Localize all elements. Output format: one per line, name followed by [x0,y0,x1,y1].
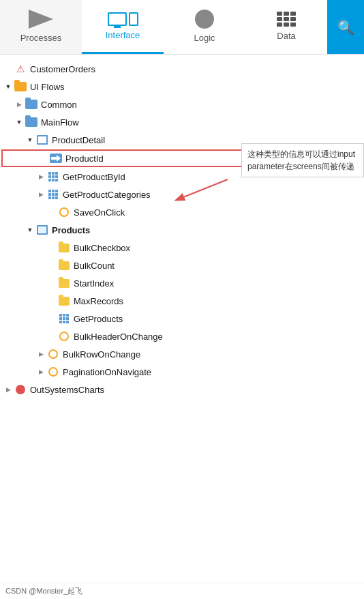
tree-row-bulkrowonchange[interactable]: ▶ BulkRowOnChange [0,345,364,363]
tree-label-saveonclick: SaveOnClick [74,207,125,218]
nav-interface[interactable]: Interface [82,0,164,54]
tree-row-mainflow[interactable]: ▼ MainFlow [0,113,364,131]
tree-label-startindex: StartIndex [74,278,114,289]
folder-yellow-icon-maxrecords [57,295,71,306]
grid-icon-getproductbyid [46,171,60,182]
folder-yellow-icon-startindex [57,278,71,289]
tree-label-mainflow: MainFlow [41,117,79,128]
interface-label: Interface [106,30,140,40]
tree-label-bulkheaderonchange: BulkHeaderOnChange [74,332,163,342]
circle-orange-icon-bulkrowonchange [46,349,60,360]
tree-panel: ▶ ⚠ CustomerOrders ▼ UI Flows ▶ Common ▼… [0,55,364,583]
tree-row-ui-flows[interactable]: ▼ UI Flows [0,78,364,96]
grid-icon-getproductcategories [46,189,60,200]
toggle-productdetail[interactable]: ▼ [25,134,35,145]
tree-row-saveonclick[interactable]: ▶ SaveOnClick [0,203,364,221]
processes-icon [29,10,53,29]
bottom-bar: CSDN @Monster_起飞 [0,583,364,599]
tree-label-getproductbyid: GetProductById [63,172,125,182]
toggle-ui-flows[interactable]: ▼ [3,81,14,92]
credit-text: CSDN @Monster_起飞 [5,586,82,596]
toggle-products[interactable]: ▼ [25,224,35,235]
search-button[interactable]: 🔍 [327,0,364,54]
folder-orange-icon [14,81,27,92]
tree-row-productid[interactable]: ▶ ProductId [1,149,363,167]
toggle-mainflow[interactable]: ▼ [14,117,25,128]
top-nav: Processes Interface Logic Data 🔍 [0,0,364,55]
tree-row-outsystemscharts[interactable]: ▶ OutSystemsCharts [0,381,364,398]
screen-blue-bold-icon-products [35,224,49,235]
tree-label-ui-flows: UI Flows [30,82,65,92]
data-icon [277,12,296,27]
tree-label-getproductcategories: GetProductCategories [63,190,151,200]
svg-marker-2 [57,155,61,162]
tree-row-productdetail[interactable]: ▼ ProductDetail [0,131,364,149]
screen-blue-icon-common [25,99,38,110]
tree-row-getproducts[interactable]: ▶ GetProducts [0,310,364,327]
tree-label-bulkcount: BulkCount [74,261,115,271]
toggle-bulkrowonchange[interactable]: ▶ [35,349,46,360]
logic-icon [195,10,214,29]
toggle-getproductcategories[interactable]: ▶ [35,189,46,200]
tree-label-products: Products [52,225,90,235]
toggle-getproductbyid[interactable]: ▶ [35,171,46,182]
warning-icon: ⚠ [14,63,27,74]
circle-orange-icon-paginationonnavigate [46,366,60,377]
grid-icon-getproducts [57,313,71,324]
tree-row-bulkcheckbox[interactable]: ▶ BulkCheckbox [0,239,364,257]
data-label: Data [277,31,295,41]
processes-label: Processes [20,33,62,43]
nav-data[interactable]: Data [245,0,327,54]
interface-icon [108,12,138,26]
tree-row-customer-orders[interactable]: ▶ ⚠ CustomerOrders [0,60,364,78]
tree-row-products[interactable]: ▼ Products [0,221,364,239]
tree-label-bulkrowonchange: BulkRowOnChange [63,349,140,360]
circle-orange-icon-bulkheaderonchange [57,331,71,342]
toggle-paginationonnavigate[interactable]: ▶ [35,366,46,377]
tree-label-productid: ProductId [65,154,104,164]
svg-marker-0 [29,10,53,29]
tree-label-productdetail: ProductDetail [52,135,105,145]
toggle-common[interactable]: ▶ [14,99,25,110]
nav-logic[interactable]: Logic [164,0,245,54]
tree-row-common[interactable]: ▶ Common [0,96,364,113]
nav-processes[interactable]: Processes [0,0,82,54]
tree-label-paginationonnavigate: PaginationOnNavigate [63,367,151,377]
folder-yellow-icon-bulkcount [57,260,71,271]
tree-label-maxrecords: MaxRecords [74,296,123,306]
search-icon: 🔍 [337,19,354,35]
tree-row-bulkcount[interactable]: ▶ BulkCount [0,257,364,274]
tree-row-maxrecords[interactable]: ▶ MaxRecords [0,292,364,310]
folder-yellow-icon-bulkcheckbox [57,242,71,253]
tree-row-bulkheaderonchange[interactable]: ▶ BulkHeaderOnChange [0,327,364,345]
logic-label: Logic [194,33,215,43]
tree-row-getproductcategories[interactable]: ▶ GetProductCategories [0,186,364,203]
tree-row-paginationonnavigate[interactable]: ▶ PaginationOnNavigate [0,363,364,381]
circle-orange-icon-saveonclick [57,207,71,218]
tree-row-getproductbyid[interactable]: ▶ GetProductById [0,168,364,186]
tree-label-bulkcheckbox: BulkCheckbox [74,243,130,253]
tree-label-common: Common [41,100,77,110]
tree-label-customer-orders: CustomerOrders [30,64,95,74]
screen-blue-icon-productdetail [35,134,49,145]
tree-label-getproducts: GetProducts [74,314,123,324]
tree-label-outsystemscharts: OutSystemsCharts [30,385,104,395]
screen-blue-icon-mainflow [25,117,38,128]
toggle-outsystemscharts[interactable]: ▶ [3,384,14,395]
input-param-icon [49,153,63,164]
outsystems-icon [14,384,27,395]
tree-row-startindex[interactable]: ▶ StartIndex [0,274,364,292]
